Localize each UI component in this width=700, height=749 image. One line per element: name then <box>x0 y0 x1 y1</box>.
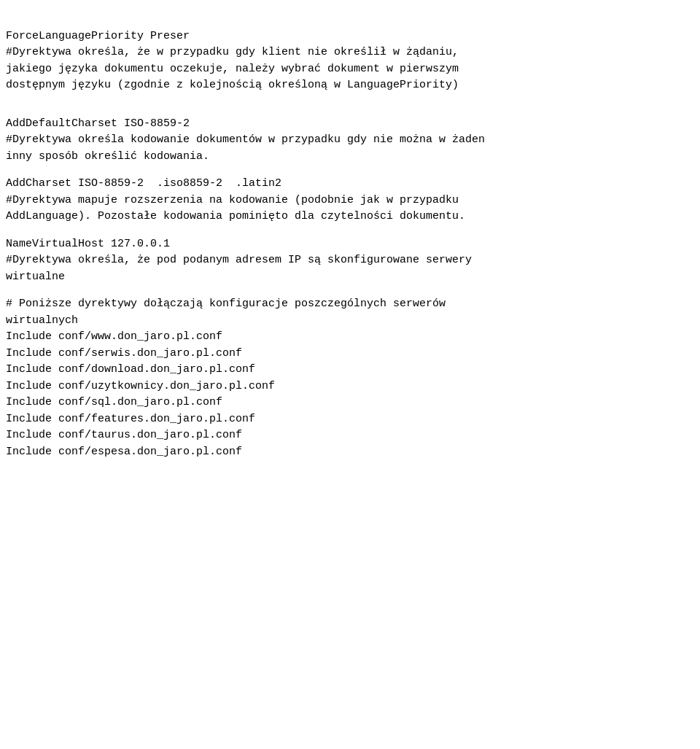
text-line: Include conf/features.don_jaro.pl.conf <box>6 411 694 428</box>
text-line: jakiego języka dokumentu oczekuje, należ… <box>6 61 694 78</box>
text-line: Include conf/serwis.don_jaro.pl.conf <box>6 346 694 362</box>
text-line: AddDefaultCharset ISO-8859-2 <box>6 116 694 133</box>
spacer-line <box>6 94 694 105</box>
text-line: Include conf/uzytkownicy.don_jaro.pl.con… <box>6 379 694 395</box>
main-content: ForceLanguagePriority Preser#Dyrektywa o… <box>6 12 694 460</box>
text-line: AddCharset ISO-8859-2 .iso8859-2 .latin2 <box>6 176 694 193</box>
text-line: Include conf/www.don_jaro.pl.conf <box>6 329 694 346</box>
text-line: Include conf/espesa.don_jaro.pl.conf <box>6 444 694 461</box>
text-line: #Dyrektywa określa kodowanie dokumentów … <box>6 132 694 149</box>
spacer-line <box>6 165 694 176</box>
text-line: inny sposób określić kodowania. <box>6 149 694 166</box>
spacer-line <box>6 285 694 296</box>
text-line: # Poniższe dyrektywy dołączają konfigura… <box>6 296 694 313</box>
text-line: ForceLanguagePriority Preser <box>6 28 694 45</box>
text-line: #Dyrektywa określa, że w przypadku gdy k… <box>6 44 694 61</box>
text-line: dostępnym języku (zgodnie z kolejnością … <box>6 77 694 94</box>
text-line: Include conf/download.don_jaro.pl.conf <box>6 362 694 379</box>
spacer-line <box>6 225 694 236</box>
text-line: #Dyrektywa mapuje rozszerzenia na kodowa… <box>6 193 694 209</box>
text-line: Include conf/sql.don_jaro.pl.conf <box>6 395 694 411</box>
text-line: NameVirtualHost 127.0.0.1 <box>6 236 694 253</box>
spacer-line <box>6 105 694 116</box>
text-line: Include conf/taurus.don_jaro.pl.conf <box>6 427 694 444</box>
text-line: #Dyrektywa określa, że pod podanym adres… <box>6 252 694 269</box>
text-line: AddLanguage). Pozostałe kodowania pomini… <box>6 209 694 225</box>
text-line: wirtualnych <box>6 313 694 330</box>
text-line: wirtualne <box>6 269 694 286</box>
